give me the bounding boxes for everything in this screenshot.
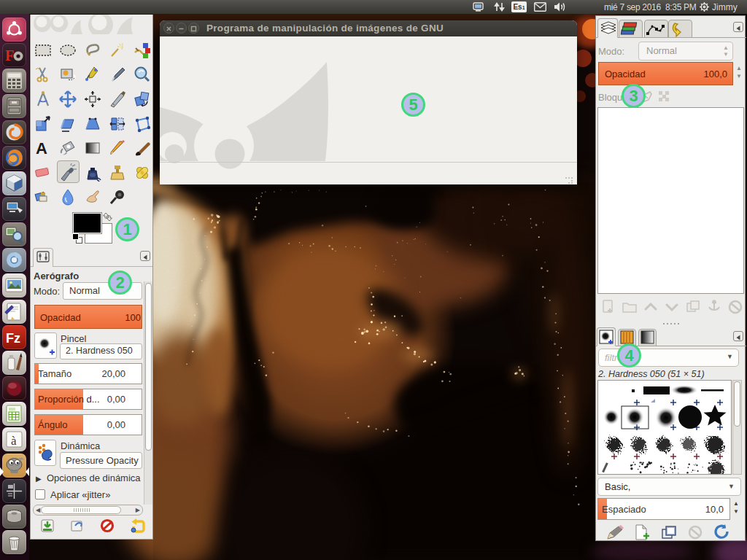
svg-text:F: F xyxy=(5,47,14,63)
svg-text:à: à xyxy=(11,434,17,448)
svg-text:A: A xyxy=(36,139,47,158)
svg-text:Fz: Fz xyxy=(6,331,20,346)
